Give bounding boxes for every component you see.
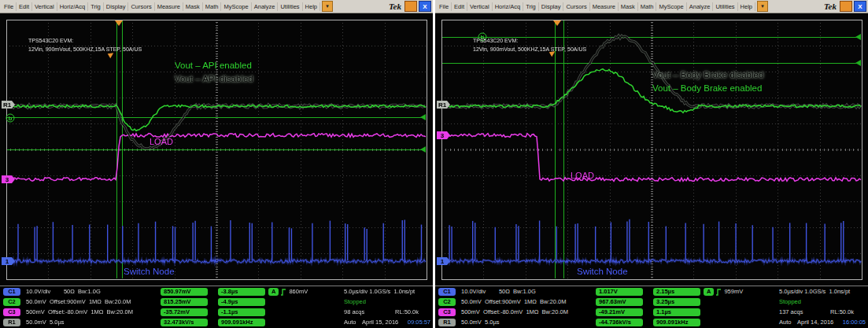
channel-settings-c3: 500mV Offset:-80.0mV 1MΩ Bw:20.0M [26,308,133,315]
menu-utilities[interactable]: Utilities [713,2,737,11]
acquisition-state: Stopped [344,298,366,305]
channel-settings-r1: 50.0mV 5.0µs [461,319,500,326]
waveform-display: TPS543C20 EVM: 12Vin, 900mVout, 500KHZ,1… [435,13,868,286]
status-bar: C1 10.0V/div 50Ω Bw:1.0G 1.017V 2.15µs A… [435,286,868,328]
status-row: C2 50.0mV Offset:900mV 1MΩ Bw:20.0M 815.… [0,298,433,308]
menu-myscope[interactable]: MyScope [656,2,686,11]
status-row: R1 50.0mV 5.0µs -44.736kV/s 909.091kHz A… [435,319,868,328]
status-row: C2 50.0mV Offset:900mV 1MΩ Bw:20.0M 967.… [435,298,868,308]
menu-math[interactable]: Math [203,2,222,11]
menu-utilities[interactable]: Utilities [278,2,302,11]
trigger-readout: A860mV [268,288,308,296]
menu-vertical[interactable]: Vertical [467,2,493,11]
channel-badge-c1[interactable]: C1 [3,288,20,296]
trigger-mode: Auto [344,319,356,326]
menu-math[interactable]: Math [638,2,657,11]
menu-bar: File Edit Vertical Horiz/Acq Trig Displa… [435,0,868,13]
menu-analyze[interactable]: Analyze [252,2,279,11]
channel-badge-c3[interactable]: C3 [3,308,20,316]
tek-logo: Tek [386,2,404,11]
close-button[interactable]: X [854,1,866,12]
status-row: C3 500mV Offset:-80.0mV 1MΩ Bw:20.0M -35… [0,308,433,318]
measurement-value: -4.9µs [218,298,265,306]
status-row: C1 10.0V/div 50Ω Bw:1.0G 850.97mV -3.8µs… [0,288,433,297]
trace-label-black: Vout – API disabled [175,74,253,84]
channel-badge-c2[interactable]: C2 [438,298,456,306]
switch-node-label: Switch Node [124,267,175,277]
menu-cursors[interactable]: Cursors [563,2,589,11]
graticule-canvas[interactable] [0,13,433,286]
minimize-button[interactable] [404,1,417,12]
menu-trig[interactable]: Trig [88,2,104,11]
measurement-value: 967.63mV [596,298,643,306]
menu-vertical[interactable]: Vertical [32,2,57,11]
measurement-value: 850.97mV [161,288,208,296]
minimize-button[interactable] [840,1,852,12]
menu-edit[interactable]: Edit [17,2,32,11]
status-row: C1 10.0V/div 50Ω Bw:1.0G 1.017V 2.15µs A… [435,288,868,297]
waveform-display: TPS543C20 EVM: 12Vin, 900mVout, 500KHZ,1… [0,13,433,286]
menu-cursors[interactable]: Cursors [128,2,154,11]
scope-panel-right: File Edit Vertical Horiz/Acq Trig Displa… [435,0,868,328]
status-row: C3 500mV Offset:-80.0mV 1MΩ Bw:20.0M -49… [435,308,868,318]
menu-help[interactable]: Help [738,2,755,11]
menu-horiz-acq[interactable]: Horiz/Acq [57,2,89,11]
menu-analyze[interactable]: Analyze [687,2,714,11]
trigger-slope-icon [715,288,722,296]
channel-settings-c2: 50.0mV Offset:900mV 1MΩ Bw:20.0M [26,298,131,305]
measurement-value: 3.25µs [653,298,700,306]
measurement-value: -49.21mV [596,308,643,316]
scope-panel-left: File Edit Vertical Horiz/Acq Trig Displa… [0,0,433,328]
device-annotation-line1: TPS543C20 EVM: [473,38,518,44]
menu-trig[interactable]: Trig [523,2,539,11]
measurement-value: 32.473kV/s [161,319,208,326]
menu-horiz-acq[interactable]: Horiz/Acq [493,2,524,11]
menu-measure[interactable]: Measure [590,2,619,11]
measurement-value: 909.091kHz [653,319,700,326]
load-label: LOAD [150,137,173,146]
trace-label-green: Vout – API enabled [175,61,252,71]
record-length: RL:50.0k [830,308,854,315]
menu-edit[interactable]: Edit [452,2,467,11]
device-annotation-line1: TPS543C20 EVM: [28,38,73,44]
measurement-value: 909.091kHz [218,319,265,326]
device-annotation-line2: 12Vin, 900mVout, 500KHZ,15A STEP, 50A/US [473,46,586,53]
measurement-value: 815.25mV [161,298,208,306]
acquisition-count: 98 acqs [344,308,364,315]
menu-mask[interactable]: Mask [619,2,638,11]
channel-badge-c1[interactable]: C1 [438,288,456,296]
menu-overflow-button[interactable]: ▼ [322,1,333,12]
trigger-mode: Auto [779,319,791,326]
menu-display[interactable]: Display [539,2,564,11]
menu-overflow-button[interactable]: ▼ [757,1,768,12]
time-readout: 09:05:57 [408,319,430,326]
device-annotation-line2: 12Vin, 900mVout, 500KHZ,15A STEP, 50A/US [28,46,142,53]
menu-file[interactable]: File [2,2,17,11]
channel-settings-c3: 500mV Offset:-80.0mV 1MΩ Bw:20.0M [461,308,568,315]
menu-measure[interactable]: Measure [155,2,183,11]
menu-help[interactable]: Help [303,2,320,11]
trace-label-black: Vout – Body Brake disabled [652,70,763,80]
status-row: R1 50.0mV 5.0µs 32.473kV/s 909.091kHz Au… [0,319,433,328]
menu-file[interactable]: File [437,2,452,11]
graticule-canvas[interactable] [435,13,868,286]
close-button[interactable]: X [419,1,431,12]
measurement-value: -35.72mV [161,308,208,316]
trigger-source-badge[interactable]: A [268,288,279,296]
acquisition-state: Stopped [779,298,801,305]
trigger-slope-icon [280,288,287,296]
channel-settings-c1: 10.0V/div 50Ω Bw:1.0G [26,288,101,295]
channel-badge-c3[interactable]: C3 [438,308,456,316]
menu-display[interactable]: Display [104,2,129,11]
menu-myscope[interactable]: MyScope [221,2,251,11]
trigger-source-badge[interactable]: A [704,288,714,296]
channel-badge-r1[interactable]: R1 [3,319,20,326]
channel-badge-r1[interactable]: R1 [438,319,456,326]
acquisition-count: 137 acqs [779,308,803,315]
channel-badge-c2[interactable]: C2 [3,298,20,306]
menu-mask[interactable]: Mask [183,2,203,11]
channel-settings-c1: 10.0V/div 50Ω Bw:1.0G [461,288,536,295]
measurement-value: -1.1µs [218,308,265,316]
measurement-value: 1.1µs [653,308,700,316]
channel-settings-c2: 50.0mV Offset:900mV 1MΩ Bw:20.0M [461,298,566,305]
